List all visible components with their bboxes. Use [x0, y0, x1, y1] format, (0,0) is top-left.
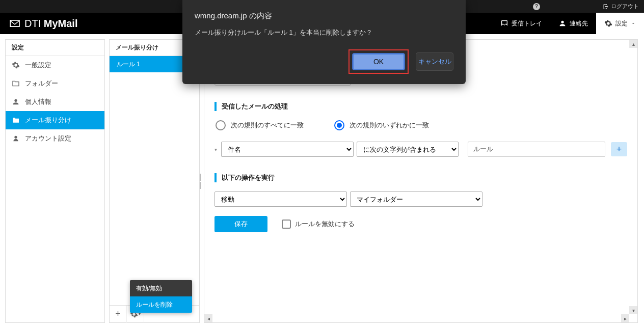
- sidebar-item-filters[interactable]: メール振り分け: [6, 111, 104, 129]
- sidebar-title: 設定: [6, 40, 104, 56]
- ctx-toggle-enabled[interactable]: 有効/無効: [130, 280, 192, 296]
- scroll-up-button[interactable]: ▴: [629, 40, 637, 48]
- logout-button[interactable]: ログアウト: [603, 3, 639, 10]
- column-resize-handle[interactable]: [199, 171, 202, 192]
- person-icon: [12, 98, 20, 106]
- radio-match-any[interactable]: 次の規則のいずれかに一致: [334, 120, 429, 130]
- gear-icon: [604, 19, 612, 28]
- chevron-up-icon: [631, 21, 636, 26]
- gear-icon: [12, 61, 20, 69]
- nav-contacts-label: 連絡先: [570, 19, 588, 28]
- dialog-message: メール振り分けルール「ルール 1」を本当に削除しますか？: [195, 28, 453, 37]
- brand-name: MyMail: [44, 18, 78, 29]
- action-target-select[interactable]: マイフォルダー: [350, 192, 482, 207]
- actions-heading: 以下の操作を実行: [214, 173, 627, 182]
- condition-operator-select[interactable]: に次の文字列が含まれる: [357, 142, 459, 157]
- logout-label: ログアウト: [611, 3, 639, 10]
- scroll-down-button[interactable]: ▾: [629, 306, 637, 314]
- radio-icon: [334, 120, 344, 130]
- disable-label: ルールを無効にする: [295, 220, 355, 229]
- bullet-icon: ▾: [214, 147, 217, 152]
- sidebar-item-account[interactable]: アカウント設定: [6, 129, 104, 148]
- save-button[interactable]: 保存: [214, 216, 267, 232]
- nav-settings-label: 設定: [615, 19, 628, 28]
- sidebar-item-label: アカウント設定: [25, 134, 71, 143]
- inbox-icon: [500, 19, 508, 28]
- dialog-title: wmng.dream.jp の内容: [195, 11, 453, 21]
- sidebar-item-personal[interactable]: 個人情報: [6, 93, 104, 111]
- folder-icon: [12, 79, 20, 88]
- scroll-left-button[interactable]: ◂: [204, 314, 212, 322]
- processing-heading: 受信したメールの処理: [214, 102, 627, 111]
- user-label: [546, 3, 597, 10]
- confirm-dialog: wmng.dream.jp の内容 メール振り分けルール「ルール 1」を本当に削…: [182, 0, 466, 84]
- logout-icon: [603, 4, 609, 10]
- radio-label: 次の規則のいずれかに一致: [350, 121, 429, 130]
- condition-row: ▾ 件名 に次の文字列が含まれる +: [214, 142, 627, 157]
- settings-sidebar: 設定 一般設定 フォルダー 個人情報 メール振り分け アカウント設定: [5, 39, 105, 323]
- rule-context-menu: 有効/無効 ルールを削除: [130, 280, 192, 313]
- nav-inbox-label: 受信トレイ: [512, 19, 542, 28]
- ok-button[interactable]: OK: [352, 53, 405, 70]
- checkbox-icon: [282, 220, 291, 229]
- add-rule-button[interactable]: +: [110, 306, 127, 323]
- ctx-delete-rule[interactable]: ルールを削除: [130, 296, 192, 313]
- brand-prefix: DTI: [24, 18, 41, 29]
- condition-value-input[interactable]: [468, 142, 605, 157]
- help-icon[interactable]: ?: [533, 3, 540, 10]
- nav-inbox[interactable]: 受信トレイ: [492, 13, 550, 34]
- action-row: 移動 マイフォルダー: [214, 192, 627, 207]
- sidebar-item-label: フォルダー: [25, 79, 58, 88]
- radio-icon: [216, 120, 226, 130]
- condition-field-select[interactable]: 件名: [221, 142, 354, 157]
- folder-filled-icon: [12, 116, 20, 124]
- nav-contacts[interactable]: 連絡先: [550, 13, 596, 34]
- header-nav: 受信トレイ 連絡先 設定: [492, 13, 644, 34]
- disable-rule-checkbox[interactable]: ルールを無効にする: [282, 220, 355, 229]
- sidebar-item-label: メール振り分け: [25, 116, 71, 125]
- contacts-icon: [558, 19, 567, 28]
- add-condition-button[interactable]: +: [611, 142, 627, 156]
- nav-settings[interactable]: 設定: [596, 13, 644, 34]
- sidebar-item-label: 一般設定: [25, 61, 51, 70]
- sidebar-item-general[interactable]: 一般設定: [6, 56, 104, 74]
- app-logo: DTI MyMail: [9, 18, 77, 30]
- radio-label: 次の規則のすべてに一致: [231, 121, 304, 130]
- radio-match-all[interactable]: 次の規則のすべてに一致: [216, 120, 304, 130]
- account-icon: [12, 134, 20, 143]
- envelope-icon: [9, 19, 20, 28]
- scroll-right-button[interactable]: ▸: [621, 314, 629, 322]
- ok-highlight: OK: [348, 49, 409, 74]
- sidebar-item-folders[interactable]: フォルダー: [6, 74, 104, 93]
- sidebar-item-label: 個人情報: [25, 97, 51, 106]
- cancel-button[interactable]: キャンセル: [416, 52, 453, 71]
- action-type-select[interactable]: 移動: [214, 192, 347, 207]
- rule-item-label: ルール 1: [117, 60, 140, 69]
